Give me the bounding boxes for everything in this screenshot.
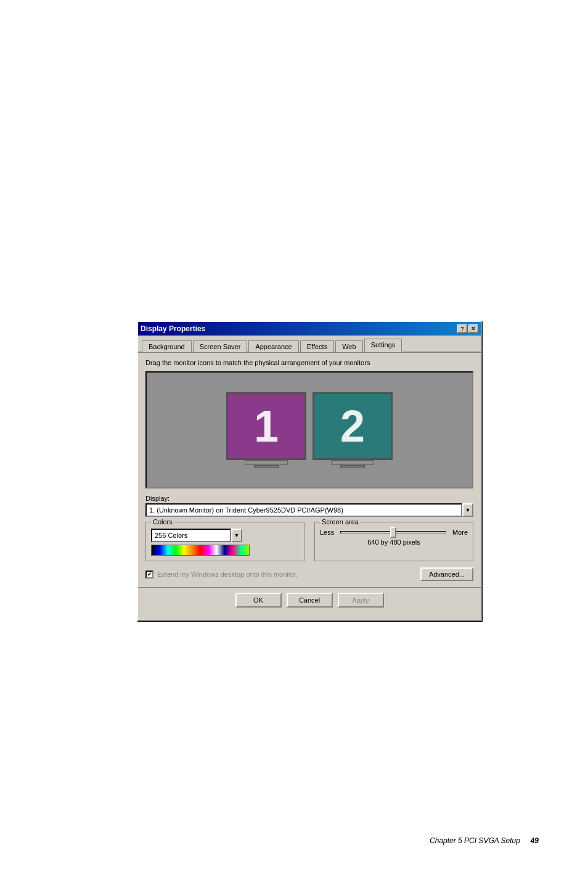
- ok-button[interactable]: OK: [235, 593, 282, 608]
- extend-desktop-label: Extend my Windows desktop onto this moni…: [157, 571, 298, 578]
- monitor-1-number: 1: [254, 404, 279, 448]
- close-button[interactable]: ✕: [468, 324, 478, 333]
- footer: Chapter 5 PCI SVGA Setup 49: [430, 836, 539, 845]
- tab-settings[interactable]: Settings: [364, 339, 402, 352]
- dialog-buttons: OK Cancel Apply: [138, 587, 481, 614]
- slider-track[interactable]: [340, 531, 446, 534]
- checkbox-check-icon: ✔: [147, 572, 152, 577]
- chapter-text: Chapter 5 PCI SVGA Setup: [430, 836, 520, 845]
- colors-dropdown[interactable]: 256 Colors: [151, 529, 231, 542]
- display-dropdown-arrow[interactable]: ▼: [462, 503, 473, 517]
- apply-button[interactable]: Apply: [338, 593, 384, 608]
- screen-area-content: Less More 640 by 480 pixels: [320, 526, 468, 546]
- monitor-1-stand: [254, 465, 279, 468]
- instruction-text: Drag the monitor icons to match the phys…: [145, 359, 473, 366]
- cancel-button[interactable]: Cancel: [287, 593, 333, 608]
- monitor-2-base: [331, 460, 374, 465]
- slider-row: Less More: [320, 529, 468, 536]
- colors-group-label: Colors: [151, 518, 174, 525]
- monitor-2-icon[interactable]: 2: [312, 392, 393, 468]
- dialog-title: Display Properties: [141, 324, 205, 333]
- colors-dropdown-arrow[interactable]: ▼: [231, 529, 242, 542]
- screen-area-group: Screen area Less More 640 by 480 pixels: [314, 522, 473, 561]
- tab-screensaver[interactable]: Screen Saver: [193, 340, 248, 352]
- settings-row: Colors 256 Colors ▼ Screen area Less: [145, 522, 473, 561]
- monitor-area: 1 2: [145, 371, 473, 488]
- resolution-text: 640 by 480 pixels: [320, 538, 468, 546]
- colors-dropdown-row: 256 Colors ▼: [151, 529, 299, 542]
- dialog-content: Drag the monitor icons to match the phys…: [138, 353, 481, 620]
- tab-bar: Background Screen Saver Appearance Effec…: [138, 336, 481, 353]
- monitor-2-screen: 2: [312, 392, 393, 460]
- title-bar-buttons: ? ✕: [457, 324, 478, 333]
- tab-appearance[interactable]: Appearance: [248, 340, 298, 352]
- extend-desktop-checkbox[interactable]: ✔: [145, 571, 153, 579]
- tab-effects[interactable]: Effects: [300, 340, 334, 352]
- display-dropdown[interactable]: 1. (Unknown Monitor) on Trident Cyber952…: [145, 503, 462, 517]
- page: Display Properties ? ✕ Background Screen…: [0, 0, 588, 882]
- monitor-2-number: 2: [340, 404, 365, 448]
- display-section: Display: 1. (Unknown Monitor) on Trident…: [145, 495, 473, 517]
- display-properties-dialog: Display Properties ? ✕ Background Screen…: [137, 321, 482, 621]
- tab-web[interactable]: Web: [335, 340, 362, 352]
- page-number: 49: [531, 836, 539, 845]
- slider-less-label: Less: [320, 529, 334, 536]
- display-label: Display:: [145, 495, 473, 502]
- monitor-1-base: [245, 460, 288, 465]
- colors-group: Colors 256 Colors ▼: [145, 522, 304, 561]
- monitor-1-screen: 1: [226, 392, 306, 460]
- slider-more-label: More: [452, 529, 468, 536]
- slider-thumb[interactable]: [390, 527, 396, 538]
- monitor-1-icon[interactable]: 1: [226, 392, 306, 468]
- display-dropdown-row: 1. (Unknown Monitor) on Trident Cyber952…: [145, 503, 473, 517]
- help-button[interactable]: ?: [457, 324, 467, 333]
- monitor-2-stand: [340, 465, 365, 468]
- screen-area-group-label: Screen area: [320, 518, 361, 525]
- color-swatch: [151, 545, 250, 556]
- advanced-button[interactable]: Advanced...: [420, 567, 473, 581]
- tab-background[interactable]: Background: [142, 340, 192, 352]
- checkbox-row: ✔ Extend my Windows desktop onto this mo…: [145, 567, 473, 581]
- title-bar: Display Properties ? ✕: [138, 322, 481, 336]
